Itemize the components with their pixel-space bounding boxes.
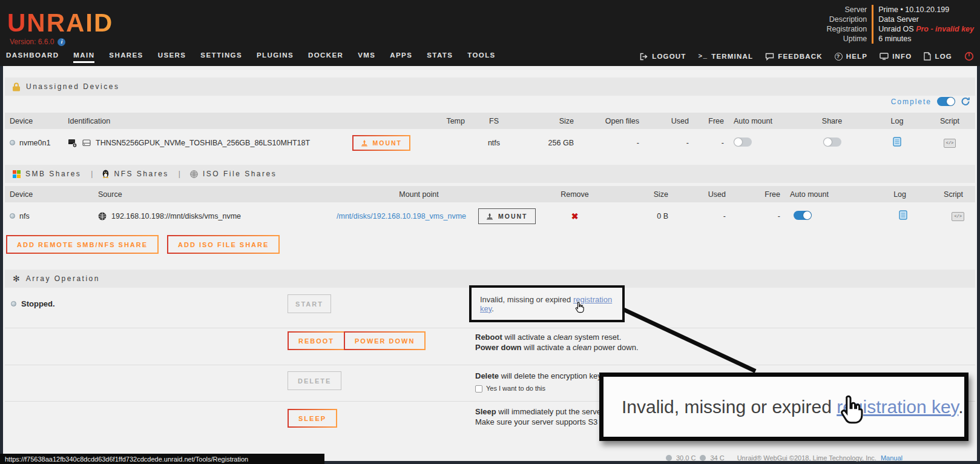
log-doc-icon (924, 52, 931, 61)
unassigned-devices-table: Device Identification Temp FS Size Open … (5, 113, 975, 156)
col-fs: FS (470, 113, 518, 129)
delete-confirm-checkbox[interactable] (475, 385, 482, 393)
nav-docker[interactable]: DOCKER (308, 51, 343, 63)
linux-tux-icon (102, 170, 109, 178)
cpu-temp: 30.0 C (676, 454, 696, 462)
terminal-icon: >_ (699, 53, 708, 60)
nav-main[interactable]: MAIN (73, 51, 94, 63)
col-source: Source (93, 186, 298, 202)
col-identification: Identification (63, 113, 426, 129)
uptime-label: Uptime (827, 34, 872, 44)
device-name: nvme0n1 (19, 139, 50, 147)
windows-icon (13, 170, 21, 178)
mount-icon (486, 213, 493, 220)
share-device-name: nfs (19, 212, 30, 220)
browser-status-bar: https://f75638aa12fb340c8dcdd63d6f1ffd73… (0, 454, 324, 464)
registration-notice-callout: Invalid, missing or expired registration… (469, 285, 625, 322)
logout-button[interactable]: LOGOUT (640, 53, 686, 61)
tab-separator: | (87, 170, 96, 178)
feedback-icon (765, 53, 774, 61)
col-free: Free (694, 113, 729, 129)
info-monitor-icon (880, 53, 889, 60)
delete-button[interactable]: DELETE (288, 371, 341, 390)
share-toggle[interactable] (823, 138, 841, 147)
magnifier-connector-line (623, 308, 756, 373)
server-info-panel: Server Prime • 10.10.20.199 Description … (827, 5, 974, 44)
drive-add-icon[interactable] (68, 138, 77, 148)
registration-notice-magnified: Invalid, missing or expired registration… (599, 373, 968, 441)
source-globe-icon (98, 212, 107, 220)
auto-mount-toggle[interactable] (794, 211, 812, 220)
feedback-button[interactable]: FEEDBACK (765, 53, 823, 61)
log-button[interactable]: LOG (924, 52, 952, 61)
log-icon[interactable] (893, 137, 901, 147)
mb-temp-icon (700, 455, 706, 461)
unraid-main-page: UNRAID Version: 6.6.0 i Server Prime • 1… (0, 0, 980, 464)
script-icon[interactable]: </> (952, 212, 964, 221)
col-auto-mount: Auto mount (729, 113, 794, 129)
col-share: Share (794, 113, 870, 129)
col-auto-mount: Auto mount (785, 186, 834, 202)
terminal-button[interactable]: >_ TERMINAL (699, 53, 754, 60)
unraid-logo[interactable]: UNRAID (7, 8, 113, 38)
col-size: Size (518, 113, 579, 129)
script-icon[interactable]: </> (944, 139, 956, 148)
col-free: Free (731, 186, 785, 202)
tab-smb-shares[interactable]: SMB Shares (13, 170, 81, 178)
sleep-button[interactable]: SLEEP (288, 409, 337, 428)
auto-mount-toggle[interactable] (734, 138, 752, 147)
invalid-key-text: Pro - invalid key (916, 25, 974, 33)
col-log: Log (834, 186, 924, 202)
cell-size: 256 GB (518, 129, 579, 156)
hand-cursor-icon (574, 301, 586, 314)
table-header-row: Device Identification Temp FS Size Open … (5, 113, 975, 129)
mount-icon (361, 139, 368, 147)
refresh-icon[interactable] (961, 97, 970, 106)
info-button[interactable]: INFO (880, 53, 912, 60)
log-icon[interactable] (899, 210, 907, 220)
main-nav: DASHBOARD MAIN SHARES USERS SETTINGS PLU… (0, 50, 980, 66)
page-footer: 30.0 C 34 C Unraid® WebGui ©2018, Lime T… (666, 454, 903, 462)
mount-button[interactable]: MOUNT (478, 208, 536, 224)
start-button[interactable]: START (288, 294, 331, 313)
tab-nfs-shares[interactable]: NFS Shares (102, 170, 168, 178)
remove-share-icon[interactable]: ✖ (571, 211, 579, 221)
add-iso-file-share-button[interactable]: ADD ISO FILE SHARE (167, 235, 280, 254)
help-button[interactable]: ? HELP (835, 53, 867, 61)
uptime-value: 6 minutes (872, 34, 974, 44)
delete-confirm-label[interactable]: Yes I want to do this (486, 383, 545, 394)
nav-stats[interactable]: STATS (427, 51, 453, 63)
nav-plugins[interactable]: PLUGINS (257, 51, 294, 63)
nav-tools[interactable]: TOOLS (467, 51, 495, 63)
array-status-dot (11, 301, 16, 307)
power-down-button[interactable]: POWER DOWN (344, 331, 426, 350)
cell-open-files: - (579, 129, 644, 156)
version-info-icon[interactable]: i (58, 38, 65, 46)
manual-link[interactable]: Manual (881, 454, 903, 462)
col-remove: Remove (540, 186, 610, 202)
share-source: 192.168.10.198://mnt/disks/vms_nvme (111, 212, 241, 220)
power-alert-icon[interactable] (964, 51, 974, 61)
reboot-button[interactable]: REBOOT (288, 331, 345, 350)
nav-shares[interactable]: SHARES (109, 51, 143, 63)
complete-toggle[interactable] (937, 97, 955, 106)
nav-vms[interactable]: VMS (358, 51, 375, 63)
cpu-temp-icon (666, 455, 672, 461)
asterisk-icon: ✻ (13, 274, 20, 283)
nav-apps[interactable]: APPS (390, 51, 412, 63)
tab-separator: | (175, 170, 184, 178)
nav-users[interactable]: USERS (158, 51, 186, 63)
mount-point-link[interactable]: /mnt/disks/192.168.10.198_vms_nvme (337, 212, 466, 220)
lock-icon (13, 82, 20, 91)
nav-dashboard[interactable]: DASHBOARD (6, 51, 59, 63)
complete-label[interactable]: Complete (891, 98, 932, 106)
description-value: Data Server (872, 15, 974, 24)
add-remote-smb-nfs-share-button[interactable]: ADD REMOTE SMB/NFS SHARE (6, 235, 159, 254)
cell-size: 0 B (610, 202, 673, 230)
nav-settings[interactable]: SETTINGS (200, 51, 242, 63)
partition-icon (82, 139, 91, 147)
col-temp: Temp (426, 113, 470, 129)
col-size: Size (610, 186, 673, 202)
tab-iso-file-shares[interactable]: ISO File Shares (190, 170, 277, 178)
mount-button[interactable]: MOUNT (352, 135, 411, 151)
